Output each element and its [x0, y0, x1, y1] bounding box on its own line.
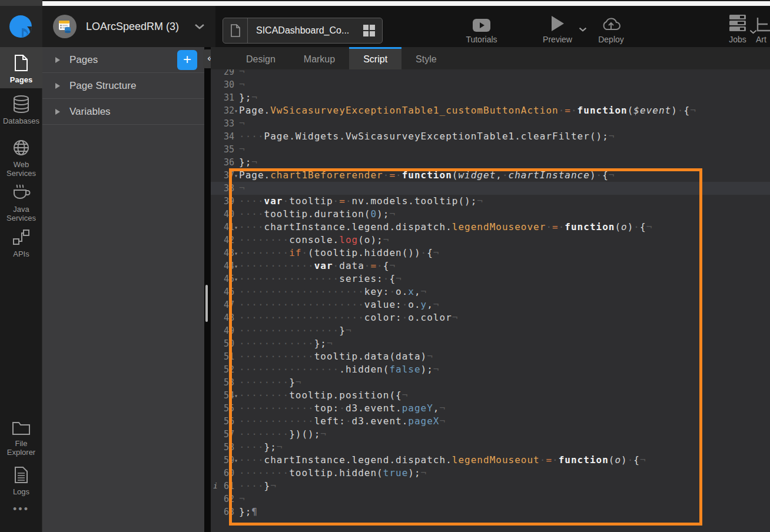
code-text: };¬ [239, 91, 258, 104]
pages-panel: Pages + Page Structure Variables [42, 47, 204, 532]
play-icon [550, 12, 565, 32]
code-line[interactable]: 31};¬ [211, 91, 770, 104]
sidebar-item-file-explorer[interactable]: File Explorer [0, 413, 42, 458]
code-line[interactable]: 30¬ [211, 78, 770, 91]
api-nodes-icon [12, 228, 30, 246]
jobs-button[interactable]: Jobs [723, 12, 752, 44]
code-line[interactable]: 33¬ [211, 117, 770, 130]
jobs-label: Jobs [729, 35, 746, 44]
line-number: 30 [211, 78, 234, 91]
preview-label: Preview [543, 35, 572, 44]
open-page-name: SICADashboard_Co... [248, 25, 363, 36]
line-number: 33 [211, 117, 234, 130]
open-page-tab[interactable]: SICADashboard_Co... [223, 18, 383, 44]
code-line[interactable]: 29¬ [211, 69, 770, 78]
globe-icon [12, 139, 30, 157]
sidebar-item-databases[interactable]: Databases [0, 88, 42, 131]
server-stack-icon [728, 12, 747, 32]
top-strip-corner [0, 0, 42, 6]
sidebar-item-apis[interactable]: APIs [0, 221, 42, 262]
line-number: 36 [211, 156, 234, 169]
file-icon [223, 18, 248, 43]
log-file-icon [14, 466, 29, 484]
folder-icon [12, 420, 31, 435]
artifacts-button[interactable]: Art [756, 13, 770, 44]
wavemaker-bird-icon [8, 13, 35, 40]
editor-tab-bar: Design Markup Script Style [211, 47, 770, 69]
panel-section-variables[interactable]: Variables [42, 99, 204, 125]
sidebar-item-web-services[interactable]: Web Services [0, 132, 42, 175]
coffee-cup-icon [12, 184, 31, 201]
project-selector[interactable]: LOArcSpeedRM (3) [42, 6, 215, 47]
sidebar-item-logs[interactable]: Logs [0, 459, 42, 500]
code-text: ¬ [239, 69, 245, 78]
tab-design[interactable]: Design [232, 47, 290, 69]
tab-script[interactable]: Script [349, 47, 401, 69]
expand-triangle-icon[interactable] [55, 57, 60, 63]
sidebar-item-java-services[interactable]: Java Services [0, 177, 42, 220]
chevron-down-icon[interactable] [194, 24, 205, 29]
annotation-highlight-box [229, 168, 702, 526]
code-line[interactable]: 35¬ [211, 143, 770, 156]
youtube-play-icon [473, 14, 490, 32]
top-header-bar: LOArcSpeedRM (3) SICADashboard_Co... Tut… [0, 6, 770, 47]
tutorials-button[interactable]: Tutorials [463, 14, 500, 44]
app-logo-button[interactable] [0, 6, 42, 47]
panel-section-pages[interactable]: Pages + [42, 47, 204, 73]
ellipsis-icon[interactable]: ••• [0, 503, 42, 516]
line-number: 34 [211, 130, 234, 143]
code-line[interactable]: 32▾Page.VwSicasurveyExceptionTable1_cust… [211, 104, 770, 117]
expand-triangle-icon[interactable] [55, 83, 60, 89]
deploy-label: Deploy [598, 35, 624, 44]
line-number: 32 [211, 104, 234, 117]
panel-section-page-structure[interactable]: Page Structure [42, 73, 204, 99]
left-nav-sidebar: Pages Databases Web Services [0, 47, 42, 532]
artifacts-label: Art [756, 35, 766, 44]
clipped-icon [756, 13, 770, 32]
project-list-icon [53, 15, 77, 38]
tab-style[interactable]: Style [401, 47, 451, 69]
code-text: Page.VwSicasurveyExceptionTable1_customB… [239, 104, 696, 117]
tutorials-label: Tutorials [466, 35, 497, 44]
line-number: 31 [211, 91, 234, 104]
grid-icon[interactable] [363, 25, 375, 36]
page-icon [14, 54, 29, 72]
code-line[interactable]: 34····Page.Widgets.VwSicasurveyException… [211, 130, 770, 143]
code-text: ¬ [239, 78, 245, 91]
preview-chevron-down-icon[interactable] [579, 27, 587, 32]
project-name: LOArcSpeedRM (3) [86, 21, 179, 33]
line-number: 35 [211, 143, 234, 156]
code-text: };¬ [239, 156, 258, 169]
add-page-button[interactable]: + [177, 50, 197, 70]
preview-button[interactable]: Preview [537, 12, 578, 44]
code-text: ····Page.Widgets.VwSicasurveyExceptionTa… [239, 130, 615, 143]
code-text: ¬ [239, 143, 245, 156]
deploy-button[interactable]: Deploy [593, 13, 629, 44]
line-number: 29 [211, 69, 234, 78]
scrollbar-thumb[interactable] [205, 285, 208, 322]
database-icon [12, 95, 30, 113]
sidebar-item-pages[interactable]: Pages [0, 47, 42, 88]
tab-markup[interactable]: Markup [290, 47, 349, 69]
expand-triangle-icon[interactable] [55, 109, 60, 115]
cloud-upload-icon [601, 13, 621, 32]
browser-top-strip [0, 0, 770, 6]
code-line[interactable]: 36};¬ [211, 156, 770, 169]
code-text: ¬ [239, 117, 245, 130]
